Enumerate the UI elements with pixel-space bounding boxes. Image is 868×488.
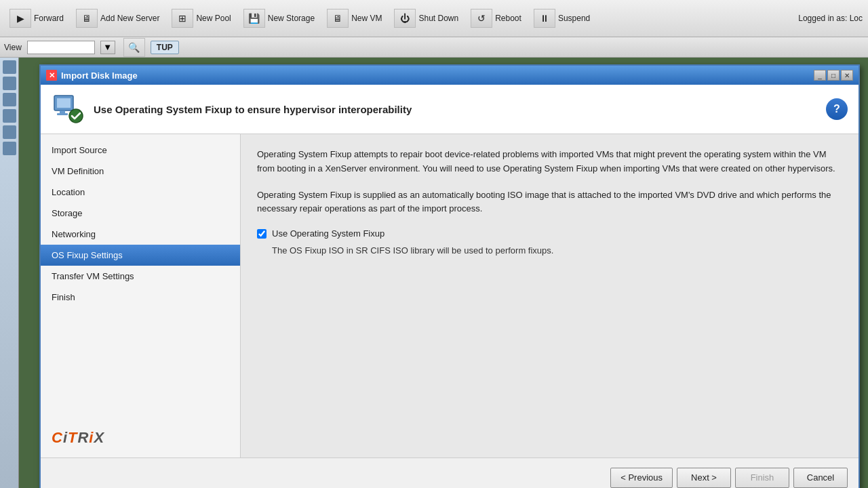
os-fixup-info: The OS Fixup ISO in SR CIFS ISO library …	[272, 245, 842, 256]
sidebar-item-os-fixup-settings[interactable]: OS Fixup Settings	[41, 245, 240, 266]
dialog-close-button[interactable]: ✕	[841, 70, 853, 81]
left-icon-bar	[0, 58, 19, 488]
sidebar-item-location[interactable]: Location	[41, 182, 240, 203]
finish-button[interactable]: Finish	[735, 468, 789, 488]
sidebar-item-vm-definition[interactable]: VM Definition	[41, 161, 240, 182]
view-bar: View ▼ 🔍 TUP	[0, 37, 868, 58]
use-os-fixup-label[interactable]: Use Operating System Fixup	[272, 228, 384, 239]
sidebar-item-networking[interactable]: Networking	[41, 224, 240, 245]
dialog-restore-button[interactable]: □	[827, 70, 840, 81]
left-icon-5	[3, 125, 16, 139]
citrix-logo-text: CiTRiX	[52, 429, 229, 447]
new-pool-icon: ⊞	[172, 9, 193, 28]
sidebar-item-transfer-vm-settings[interactable]: Transfer VM Settings	[41, 266, 240, 287]
suspend-label: Suspend	[558, 14, 590, 23]
view-icon: 🔍	[123, 38, 145, 57]
dialog-title-text: Import Disk Image	[61, 70, 810, 81]
content-para-2: Operating System Fixup is supplied as an…	[257, 188, 842, 217]
help-button[interactable]: ?	[826, 98, 848, 120]
next-button[interactable]: Next >	[677, 468, 731, 488]
new-vm-icon: 🖥	[327, 9, 349, 28]
new-vm-label: New VM	[351, 14, 382, 23]
sidebar-item-import-source[interactable]: Import Source	[41, 140, 240, 161]
previous-button[interactable]: < Previous	[610, 468, 673, 488]
left-icon-1	[3, 60, 16, 74]
content-para-1: Operating System Fixup attempts to repai…	[257, 148, 842, 176]
reboot-button[interactable]: ↺ Reboot	[467, 7, 526, 30]
use-os-fixup-row: Use Operating System Fixup	[257, 228, 842, 239]
content-area: Operating System Fixup attempts to repai…	[241, 134, 859, 458]
dialog-body: Import Source VM Definition Location Sto…	[41, 134, 859, 458]
new-pool-label: New Pool	[196, 14, 231, 23]
dialog-title-icon: ✕	[46, 70, 57, 81]
svg-rect-3	[57, 113, 68, 115]
svg-rect-2	[60, 110, 65, 113]
dialog-minimize-button[interactable]: _	[814, 70, 826, 81]
forward-label: Forward	[34, 14, 64, 23]
left-icon-6	[3, 142, 16, 155]
new-storage-icon: 💾	[243, 9, 265, 28]
main-area: ✕ Import Disk Image _ □ ✕ Use Operating …	[19, 58, 868, 488]
add-server-label: Add New Server	[100, 14, 159, 23]
left-icon-2	[3, 77, 16, 90]
tup-label: TUP	[151, 41, 179, 54]
dialog-footer: < Previous Next > Finish Cancel	[41, 458, 859, 488]
sidebar-item-finish[interactable]: Finish	[41, 287, 240, 308]
dialog-header: Use Operating System Fixup to ensure hyp…	[41, 85, 859, 134]
view-label: View	[4, 43, 22, 52]
view-search-input[interactable]	[27, 41, 95, 54]
dialog-controls: _ □ ✕	[814, 70, 853, 81]
forward-icon: ▶	[9, 9, 31, 28]
left-icon-3	[3, 93, 16, 106]
sidebar: Import Source VM Definition Location Sto…	[41, 134, 241, 458]
shut-down-label: Shut Down	[418, 14, 458, 23]
dialog-header-title: Use Operating System Fixup to ensure hyp…	[94, 104, 816, 115]
view-dropdown-button[interactable]: ▼	[100, 41, 115, 54]
shut-down-button[interactable]: ⏻ Shut Down	[390, 7, 462, 30]
add-server-icon: 🖥	[76, 9, 98, 28]
reboot-icon: ↺	[471, 9, 492, 28]
new-storage-label: New Storage	[268, 14, 315, 23]
use-os-fixup-checkbox[interactable]	[257, 229, 267, 239]
left-icon-4	[3, 109, 16, 123]
forward-button[interactable]: ▶ Forward	[5, 7, 68, 30]
reboot-label: Reboot	[495, 14, 521, 23]
new-vm-button[interactable]: 🖥 New VM	[323, 7, 386, 30]
suspend-icon: ⏸	[534, 9, 555, 28]
svg-rect-1	[57, 98, 71, 108]
new-pool-button[interactable]: ⊞ New Pool	[167, 7, 235, 30]
dialog-titlebar: ✕ Import Disk Image _ □ ✕	[41, 66, 859, 85]
cancel-button[interactable]: Cancel	[793, 468, 848, 488]
logged-in-label: Logged in as: Loc	[798, 14, 863, 23]
top-toolbar: ▶ Forward 🖥 Add New Server ⊞ New Pool 💾 …	[0, 0, 868, 37]
add-new-server-button[interactable]: 🖥 Add New Server	[72, 7, 163, 30]
shut-down-icon: ⏻	[394, 9, 416, 28]
suspend-button[interactable]: ⏸ Suspend	[530, 7, 594, 30]
new-storage-button[interactable]: 💾 New Storage	[239, 7, 319, 30]
import-disk-image-dialog: ✕ Import Disk Image _ □ ✕ Use Operating …	[39, 64, 860, 488]
sidebar-logo: CiTRiX	[41, 418, 240, 458]
dialog-header-icon	[52, 93, 84, 125]
sidebar-item-storage[interactable]: Storage	[41, 203, 240, 224]
